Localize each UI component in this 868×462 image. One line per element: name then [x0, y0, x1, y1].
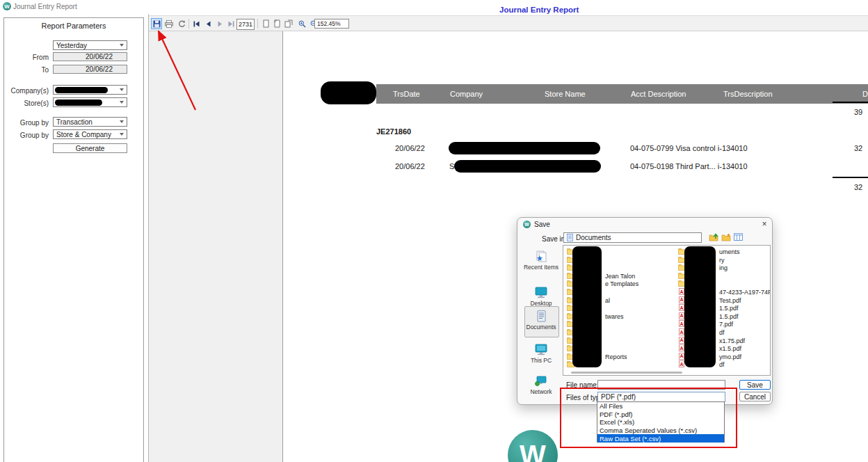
zoom-level-select[interactable]: 152.45% [314, 19, 349, 29]
zoom-in-icon [298, 20, 306, 28]
panel-title: Report Parameters [4, 22, 143, 30]
cancel-button[interactable]: Cancel [739, 392, 771, 401]
place-item-network[interactable]: Network [522, 375, 561, 395]
row-date: 20/06/22 [395, 162, 425, 170]
generate-button[interactable]: Generate [53, 143, 127, 153]
print-button[interactable] [163, 18, 175, 29]
file-name-fragment[interactable]: e Templates [605, 280, 638, 287]
column-total-rule [833, 102, 868, 103]
groupby1-select[interactable]: Transaction [53, 117, 127, 127]
file-name-fragment[interactable]: 47-4233-A197-74F3099A6 [719, 289, 771, 296]
network-icon [533, 375, 549, 387]
fit-page-icon [273, 19, 281, 28]
redaction-store [55, 99, 102, 106]
single-page-icon [262, 19, 270, 28]
place-label: Desktop [522, 300, 561, 307]
group-id: JE271860 [376, 127, 411, 136]
redaction-company [55, 87, 108, 93]
annotation-rect [560, 388, 737, 448]
place-label: This PC [522, 357, 561, 364]
period-value: Yesterday [56, 42, 87, 49]
chevron-down-icon [120, 88, 124, 91]
zoom-in-button[interactable] [296, 18, 307, 29]
file-name-fragment[interactable]: ry [719, 257, 725, 264]
groupby2-select[interactable]: Store & Company [53, 129, 127, 139]
previous-page-button[interactable] [202, 18, 214, 29]
place-label: Network [522, 388, 561, 395]
period-select[interactable]: Yesterday [53, 40, 127, 50]
column-header: Acct Description [631, 90, 686, 98]
parent-folder-icon [709, 232, 718, 242]
store-label: Store(s) [4, 99, 49, 107]
place-item-documents[interactable]: Documents [522, 310, 561, 330]
file-name-fragment[interactable]: twares [605, 313, 624, 320]
pdf-file-icon: A [679, 320, 684, 327]
from-date-field[interactable]: 20/06/22 [53, 52, 127, 61]
view-menu-button[interactable] [734, 233, 744, 241]
file-name-fragment[interactable]: Jean Talon [605, 273, 635, 280]
file-name-fragment[interactable]: 1.5.pdf [719, 305, 739, 312]
row-acct-description: 04-075-0799 Visa control i-134010 [630, 144, 748, 152]
brand-logo-icon: W [508, 430, 558, 462]
file-name-fragment[interactable]: Test.pdf [719, 297, 741, 304]
save-in-value: Documents [576, 234, 611, 241]
actual-size-button[interactable] [260, 18, 271, 29]
desktop-icon [533, 287, 549, 298]
pdf-file-icon: A [679, 328, 684, 335]
file-name-fragment[interactable]: df [719, 361, 725, 368]
file-name-fragment[interactable]: ing [719, 264, 728, 271]
row-acct-description: 04-075-0198 Third Part... i-134010 [630, 162, 748, 170]
file-name-fragment[interactable]: 7.pdf [719, 321, 733, 328]
place-item-recent-items[interactable]: ★Recent Items [522, 250, 561, 271]
network-icon [533, 375, 549, 387]
dialog-logo-icon: W [523, 221, 531, 228]
page-number-input[interactable]: 2731 [236, 19, 255, 30]
from-label: From [4, 54, 49, 61]
documents-icon [533, 310, 549, 322]
file-name-fragment[interactable]: uments [719, 248, 740, 255]
viewer-toolbar: 2731 [149, 15, 868, 31]
pdf-file-icon: A [679, 288, 684, 295]
file-name-fragment[interactable]: x1.5.pdf [719, 345, 741, 352]
file-name-fragment[interactable]: 1.5.pdf [719, 313, 739, 320]
file-name-fragment[interactable]: df [719, 329, 725, 336]
save-confirm-button[interactable]: Save [739, 380, 771, 390]
place-item-desktop[interactable]: Desktop [522, 287, 561, 307]
chevron-down-icon [120, 44, 124, 47]
next-page-icon [217, 21, 223, 27]
new-folder-icon [721, 232, 731, 242]
refresh-button[interactable] [176, 18, 187, 29]
documents-icon [533, 310, 549, 322]
horizontal-scrollbar[interactable] [571, 372, 682, 374]
fit-width-button[interactable] [283, 18, 294, 29]
chevron-down-icon [120, 133, 124, 136]
close-icon[interactable]: × [760, 219, 769, 229]
new-folder-button[interactable] [721, 232, 731, 242]
redaction-file-names-left [572, 246, 602, 367]
file-name-fragment[interactable]: x1.75.pdf [719, 337, 745, 344]
toolbar-separator [257, 19, 258, 29]
groupby2-value: Store & Company [56, 131, 111, 138]
to-date-field[interactable]: 20/06/22 [53, 65, 127, 74]
file-name-fragment[interactable]: Reports [605, 353, 627, 360]
next-page-button[interactable] [214, 18, 225, 29]
save-button[interactable] [151, 18, 162, 29]
column-header: Store Name [545, 90, 586, 98]
fit-page-button[interactable] [271, 18, 282, 29]
redaction-file-names-right [684, 246, 716, 367]
file-name-fragment[interactable]: al [605, 297, 610, 304]
desktop-icon [533, 287, 549, 298]
column-header: D [862, 90, 868, 98]
previous-page-icon [205, 21, 211, 27]
up-one-level-button[interactable] [709, 232, 718, 242]
company-label: Company(s) [4, 87, 49, 95]
printer-icon [165, 20, 173, 28]
first-page-icon [193, 21, 200, 27]
last-page-button[interactable] [225, 18, 236, 29]
first-page-button[interactable] [191, 18, 202, 29]
redaction-row [454, 160, 601, 173]
save-in-select[interactable]: Documents [563, 232, 702, 243]
place-item-this-pc[interactable]: This PC [522, 344, 561, 364]
file-name-fragment[interactable]: ymo.pdf [719, 353, 741, 360]
zoom-level-value: 152.45% [317, 20, 341, 27]
